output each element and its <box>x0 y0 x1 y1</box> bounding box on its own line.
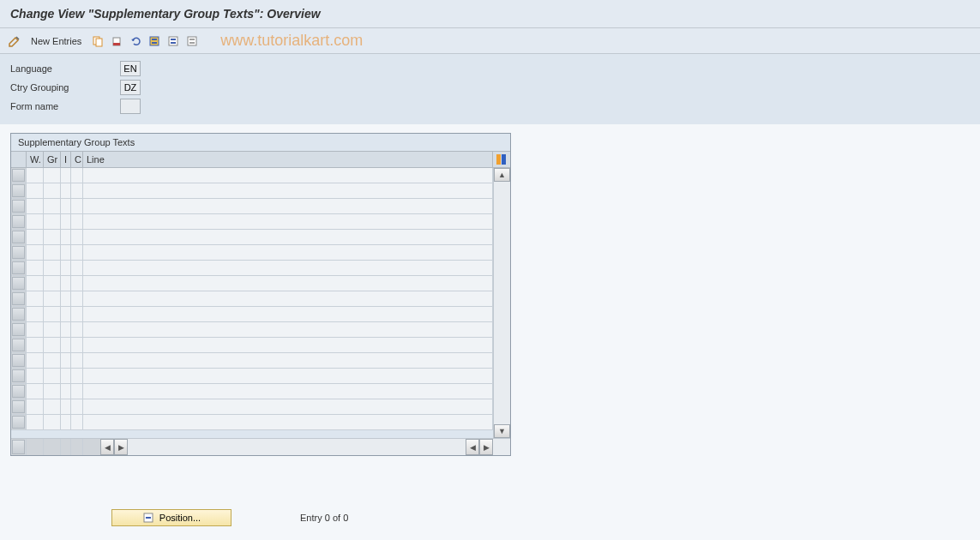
cell-gr[interactable] <box>44 307 61 321</box>
cell-line[interactable] <box>83 183 493 198</box>
table-row[interactable] <box>11 384 493 399</box>
row-selector[interactable] <box>11 276 27 291</box>
cell-w[interactable] <box>27 322 44 337</box>
vertical-scrollbar[interactable]: ▲ ▼ <box>493 168 510 438</box>
table-row[interactable] <box>11 261 493 276</box>
cell-line[interactable] <box>83 322 493 337</box>
horizontal-scrollbar[interactable]: ◀ ▶ ◀ ▶ <box>100 439 493 455</box>
column-c[interactable]: C <box>71 152 83 167</box>
cell-c[interactable] <box>71 307 83 321</box>
table-row[interactable] <box>11 230 493 245</box>
row-selector[interactable] <box>11 245 27 260</box>
cell-i[interactable] <box>61 230 71 244</box>
hscroll-track[interactable] <box>128 439 466 455</box>
row-selector[interactable] <box>11 230 27 244</box>
row-selector[interactable] <box>11 322 27 337</box>
table-row[interactable] <box>11 353 493 369</box>
cell-w[interactable] <box>27 199 44 213</box>
cell-line[interactable] <box>83 199 493 213</box>
language-field[interactable] <box>120 61 141 76</box>
cell-i[interactable] <box>61 261 71 275</box>
cell-line[interactable] <box>83 353 493 368</box>
cell-w[interactable] <box>27 276 44 291</box>
scroll-right-button[interactable]: ▶ <box>479 439 493 455</box>
cell-c[interactable] <box>71 230 83 244</box>
cell-c[interactable] <box>71 399 83 414</box>
cell-gr[interactable] <box>44 369 61 383</box>
cell-gr[interactable] <box>44 415 61 429</box>
cell-c[interactable] <box>71 338 83 352</box>
cell-w[interactable] <box>27 369 44 383</box>
table-row[interactable] <box>11 415 493 430</box>
cell-c[interactable] <box>71 322 83 337</box>
column-gr[interactable]: Gr <box>44 152 61 167</box>
cell-w[interactable] <box>27 384 44 399</box>
cell-gr[interactable] <box>44 353 61 368</box>
cell-w[interactable] <box>27 307 44 321</box>
table-row[interactable] <box>11 291 493 307</box>
cell-gr[interactable] <box>44 261 61 275</box>
cell-line[interactable] <box>83 276 493 291</box>
cell-c[interactable] <box>71 183 83 198</box>
table-row[interactable] <box>11 369 493 384</box>
cell-i[interactable] <box>61 307 71 321</box>
cell-line[interactable] <box>83 399 493 414</box>
cell-i[interactable] <box>61 338 71 352</box>
cell-w[interactable] <box>27 353 44 368</box>
row-selector[interactable] <box>11 369 27 383</box>
column-line[interactable]: Line <box>83 152 493 167</box>
cell-i[interactable] <box>61 183 71 198</box>
cell-line[interactable] <box>83 415 493 429</box>
cell-w[interactable] <box>27 338 44 352</box>
table-row[interactable] <box>11 338 493 353</box>
row-selector[interactable] <box>11 199 27 213</box>
cell-line[interactable] <box>83 369 493 383</box>
cell-i[interactable] <box>61 199 71 213</box>
cell-gr[interactable] <box>44 214 61 229</box>
table-row[interactable] <box>11 276 493 291</box>
cell-c[interactable] <box>71 214 83 229</box>
cell-c[interactable] <box>71 168 83 183</box>
scroll-down-button[interactable]: ▼ <box>494 424 510 438</box>
table-row[interactable] <box>11 322 493 338</box>
cell-w[interactable] <box>27 230 44 244</box>
table-row[interactable] <box>11 183 493 199</box>
table-row[interactable] <box>11 307 493 322</box>
cell-i[interactable] <box>61 399 71 414</box>
position-button[interactable]: Position... <box>111 509 231 526</box>
cell-w[interactable] <box>27 245 44 260</box>
copy-icon[interactable] <box>90 33 105 49</box>
table-row[interactable] <box>11 214 493 230</box>
column-w[interactable]: W. <box>27 152 44 167</box>
cell-gr[interactable] <box>44 338 61 352</box>
scroll-track[interactable] <box>494 182 510 424</box>
cell-gr[interactable] <box>44 199 61 213</box>
cell-c[interactable] <box>71 199 83 213</box>
undo-icon[interactable] <box>128 33 143 49</box>
cell-line[interactable] <box>83 214 493 229</box>
cell-i[interactable] <box>61 415 71 429</box>
cell-i[interactable] <box>61 384 71 399</box>
table-row[interactable] <box>11 245 493 261</box>
cell-i[interactable] <box>61 245 71 260</box>
cell-w[interactable] <box>27 183 44 198</box>
cell-i[interactable] <box>61 322 71 337</box>
row-selector[interactable] <box>11 168 27 183</box>
cell-w[interactable] <box>27 399 44 414</box>
cell-c[interactable] <box>71 384 83 399</box>
cell-c[interactable] <box>71 353 83 368</box>
form-name-field[interactable] <box>120 99 141 114</box>
cell-i[interactable] <box>61 369 71 383</box>
cell-gr[interactable] <box>44 291 61 306</box>
cell-gr[interactable] <box>44 168 61 183</box>
cell-gr[interactable] <box>44 183 61 198</box>
scroll-right-inner-button[interactable]: ▶ <box>114 439 128 455</box>
select-all-icon[interactable] <box>147 33 162 49</box>
table-row[interactable] <box>11 199 493 214</box>
delete-icon[interactable] <box>109 33 124 49</box>
cell-line[interactable] <box>83 307 493 321</box>
cell-gr[interactable] <box>44 230 61 244</box>
cell-i[interactable] <box>61 291 71 306</box>
row-selector[interactable] <box>11 415 27 429</box>
cell-gr[interactable] <box>44 399 61 414</box>
